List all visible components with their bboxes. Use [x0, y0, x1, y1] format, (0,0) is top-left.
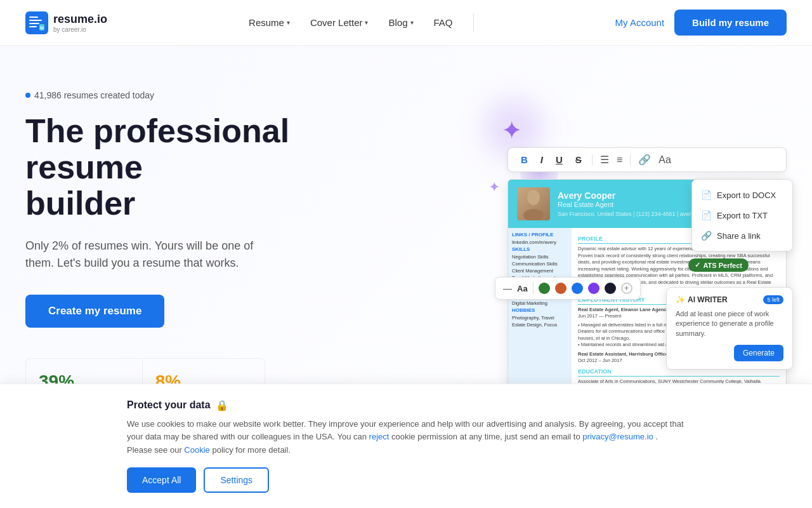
reject-link[interactable]: reject [369, 432, 390, 441]
export-dropdown: 📄 Export to DOCX 📄 Export to TXT 🔗 Share… [691, 179, 793, 251]
ai-writer-prompt: Add at least one piece of work experienc… [676, 309, 783, 338]
logo-main-text: resume.io [53, 13, 107, 26]
ai-writer-icon: ✨ [676, 295, 685, 304]
hero-subtitle: Only 2% of resumes win. Yours will be on… [25, 237, 279, 272]
color-green-button[interactable] [539, 283, 550, 294]
logo-icon: io [25, 11, 48, 34]
lock-icon: 🔒 [216, 399, 228, 411]
export-docx-button[interactable]: 📄 Export to DOCX [692, 185, 792, 205]
resume-avatar [517, 187, 550, 220]
nav-faq[interactable]: FAQ [434, 17, 453, 28]
sparkle-icon-1: ✦ [501, 116, 523, 145]
share-link-icon: 🔗 [701, 231, 712, 241]
docx-icon: 📄 [701, 190, 712, 200]
toolbar-divider-2 [630, 154, 631, 166]
font-decrease-button[interactable]: — [503, 283, 512, 293]
ats-badge: ✓ ATS Perfect [688, 258, 749, 272]
hero-badge: 41,986 resumes created today [25, 90, 355, 100]
nav-actions: My Account Build my resume [615, 10, 787, 36]
underline-button[interactable]: U [553, 153, 565, 166]
font-icon[interactable]: Aa [658, 154, 671, 166]
sparkle-icon-2: ✦ [488, 179, 500, 196]
privacy-email-link[interactable]: privacy@resume.io [582, 432, 653, 441]
bold-button[interactable]: B [518, 153, 530, 166]
export-txt-button[interactable]: 📄 Export to TXT [692, 205, 792, 225]
nav-divider [473, 14, 474, 32]
cookie-title: Protect your data 🔒 [127, 399, 685, 411]
checkmark-icon: ✓ [695, 261, 700, 269]
svg-rect-2 [29, 20, 42, 21]
svg-rect-1 [29, 17, 38, 18]
share-link-button[interactable]: 🔗 Share a link [692, 225, 792, 246]
resumes-count: 41,986 resumes created today [34, 90, 154, 100]
nav-cover-letter[interactable]: Cover Letter ▾ [310, 17, 369, 28]
strikethrough-button[interactable]: S [573, 153, 584, 166]
nav-resume[interactable]: Resume ▾ [249, 17, 290, 28]
logo-sub-text: by career.io [53, 26, 107, 33]
svg-rect-3 [29, 23, 39, 24]
navbar: io resume.io by career.io Resume ▾ Cover… [0, 0, 812, 46]
hero-title: The professional resume builder [25, 113, 355, 222]
svg-point-8 [523, 209, 544, 220]
my-account-link[interactable]: My Account [615, 17, 665, 28]
list-unordered-icon[interactable]: ☰ [600, 154, 609, 166]
cookie-policy-link[interactable]: Cookie [184, 445, 209, 454]
ai-writer-title: AI WRITER [688, 295, 728, 304]
hero-right: ✦ ✦ ✦ B I U S ☰ ≡ 🔗 Aa [469, 77, 787, 382]
color-orange-button[interactable] [555, 283, 566, 294]
resume-sidebar: Links / Profile linkedin.com/in/avery Sk… [508, 228, 572, 396]
editor-toolbar: B I U S ☰ ≡ 🔗 Aa [508, 147, 787, 172]
chevron-down-icon: ▾ [410, 19, 414, 26]
svg-point-7 [527, 190, 540, 205]
build-resume-button[interactable]: Build my resume [674, 10, 787, 36]
cookie-text: We use cookies to make our website work … [127, 418, 685, 455]
list-ordered-icon[interactable]: ≡ [617, 154, 622, 166]
font-size-label: Aa [517, 284, 528, 293]
logo[interactable]: io resume.io by career.io [25, 11, 107, 34]
nav-links: Resume ▾ Cover Letter ▾ Blog ▾ FAQ [249, 14, 473, 32]
ai-generate-button[interactable]: Generate [734, 345, 783, 361]
color-purple-button[interactable] [588, 283, 599, 294]
cookie-banner: Protect your data 🔒 We use cookies to ma… [0, 384, 812, 455]
color-blue-button[interactable] [572, 283, 583, 294]
link-icon[interactable]: 🔗 [638, 154, 651, 166]
create-resume-button[interactable]: Create my resume [25, 295, 164, 328]
chevron-down-icon: ▾ [365, 19, 368, 26]
color-add-button[interactable]: + [621, 283, 632, 294]
color-dark-button[interactable] [605, 283, 616, 294]
hero-left: 41,986 resumes created today The profess… [25, 77, 355, 429]
style-selector: — Aa + [495, 277, 641, 300]
ai-writer-panel: ✨ AI WRITER 5 left Add at least one piec… [666, 287, 793, 370]
chevron-down-icon: ▾ [287, 19, 290, 26]
badge-dot [25, 93, 30, 98]
svg-text:io: io [40, 25, 44, 30]
txt-icon: 📄 [701, 210, 712, 220]
toolbar-divider-1 [592, 154, 593, 166]
nav-blog[interactable]: Blog ▾ [388, 17, 413, 28]
ai-uses-left-badge: 5 left [763, 295, 783, 304]
svg-rect-4 [29, 26, 37, 27]
italic-button[interactable]: I [538, 153, 546, 166]
